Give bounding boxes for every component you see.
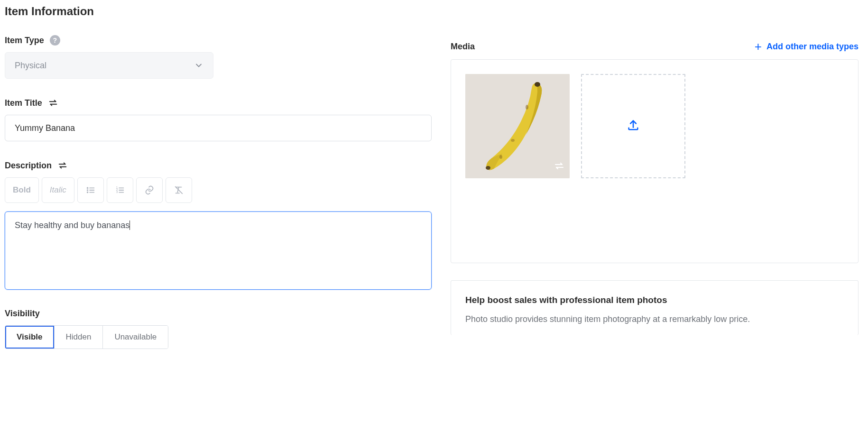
svg-point-2 <box>87 190 88 191</box>
italic-button[interactable]: Italic <box>42 177 74 203</box>
visibility-visible[interactable]: Visible <box>5 326 55 349</box>
callout-body: Photo studio provides stunning item phot… <box>465 313 844 326</box>
item-type-label: Item Type <box>5 36 44 46</box>
description-label-row: Description <box>5 160 432 171</box>
media-panel <box>451 59 859 263</box>
svg-point-17 <box>486 166 490 170</box>
description-textarea[interactable]: Stay healthy and buy bananas <box>5 211 432 290</box>
item-title-label-row: Item Title <box>5 98 432 108</box>
text-cursor <box>129 220 130 230</box>
editor-toolbar: Bold Italic 123 <box>5 177 432 203</box>
item-type-select[interactable]: Physical <box>5 52 213 79</box>
section-title: Item Information <box>5 5 432 18</box>
add-media-button[interactable]: + Add other media types <box>755 40 859 53</box>
link-button[interactable] <box>136 177 163 203</box>
bullet-list-button[interactable] <box>77 177 104 203</box>
item-title-input[interactable] <box>5 115 432 141</box>
visibility-unavailable[interactable]: Unavailable <box>103 326 168 349</box>
add-media-label: Add other media types <box>766 42 859 52</box>
description-label: Description <box>5 161 52 171</box>
visibility-hidden[interactable]: Hidden <box>55 326 103 349</box>
svg-point-19 <box>511 139 515 142</box>
upload-icon <box>627 119 640 134</box>
item-type-label-row: Item Type ? <box>5 35 432 46</box>
item-type-value: Physical <box>15 61 46 71</box>
swap-icon[interactable] <box>554 160 565 174</box>
photo-studio-callout: Help boost sales with professional item … <box>451 280 859 335</box>
svg-point-20 <box>499 155 502 159</box>
svg-point-0 <box>87 188 88 189</box>
visibility-label: Visibility <box>5 309 432 319</box>
help-icon[interactable]: ? <box>50 35 60 46</box>
plus-icon: + <box>755 40 762 53</box>
callout-title: Help boost sales with professional item … <box>465 295 844 305</box>
bold-button[interactable]: Bold <box>5 177 39 203</box>
visibility-segmented: Visible Hidden Unavailable <box>5 325 168 349</box>
swap-icon[interactable] <box>48 98 58 108</box>
svg-point-4 <box>87 192 88 193</box>
svg-point-18 <box>526 105 528 110</box>
upload-dropzone[interactable] <box>581 74 685 178</box>
clear-format-button[interactable] <box>166 177 192 203</box>
swap-icon[interactable] <box>57 160 68 171</box>
description-value: Stay healthy and buy bananas <box>15 220 129 230</box>
media-label: Media <box>451 42 475 52</box>
chevron-down-icon <box>194 61 203 70</box>
item-title-label: Item Title <box>5 98 42 108</box>
numbered-list-button[interactable]: 123 <box>107 177 133 203</box>
svg-text:3: 3 <box>116 190 118 193</box>
svg-point-16 <box>535 82 540 87</box>
media-thumbnail[interactable] <box>465 74 570 178</box>
